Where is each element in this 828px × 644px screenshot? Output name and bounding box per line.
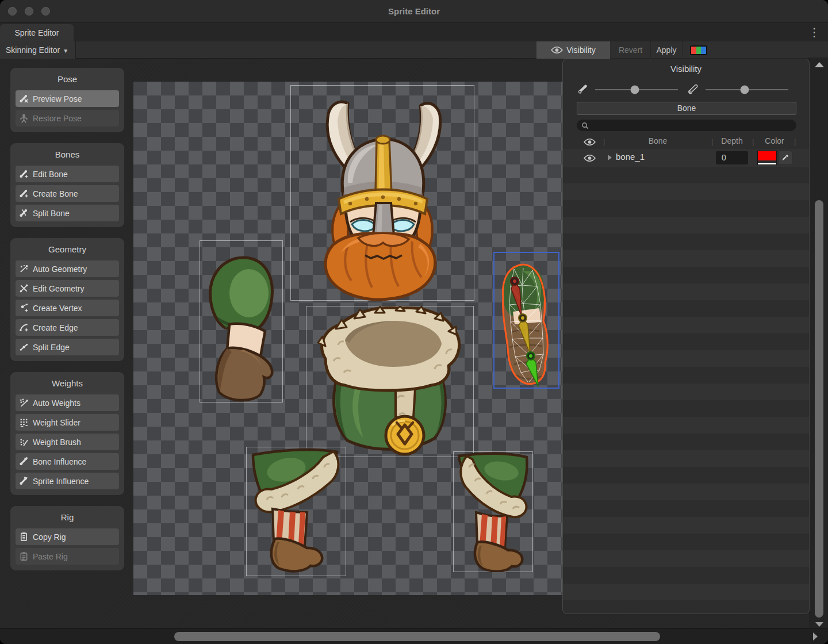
vertical-scrollbar[interactable]: [810, 57, 828, 628]
bone-list-empty-row: [563, 384, 809, 400]
vertical-scrollbar-thumb[interactable]: [815, 200, 823, 618]
toolbar: Skinning Editor▼ Visibility Revert Apply: [0, 41, 828, 59]
title-bar: Sprite Editor: [0, 0, 828, 23]
mode-dropdown[interactable]: Skinning Editor▼: [0, 41, 76, 59]
group-title-geometry: Geometry: [16, 243, 119, 258]
viking-right-leg-sprite[interactable]: [453, 451, 533, 572]
eye-icon: [551, 46, 563, 54]
tool-button-label: Create Edge: [33, 323, 78, 332]
bone-list-empty-row: [563, 467, 809, 484]
tool-button-auto-geometry[interactable]: Auto Geometry: [16, 260, 119, 277]
scroll-right-icon[interactable]: [813, 632, 818, 641]
person-icon: [19, 113, 29, 123]
search-input[interactable]: [592, 121, 792, 131]
tool-group-bones: BonesEdit BoneCreate BoneSplit Bone: [10, 143, 124, 227]
bone-list-empty-row: [563, 200, 809, 217]
search-field[interactable]: [577, 120, 796, 131]
apply-button[interactable]: Apply: [650, 41, 683, 59]
bone-opacity-slider[interactable]: [595, 89, 678, 90]
tool-button-label: Copy Rig: [33, 532, 66, 542]
kebab-menu-icon[interactable]: ⋮: [808, 24, 820, 40]
tool-button-create-bone[interactable]: Create Bone: [16, 185, 119, 202]
tool-group-rig: RigCopy RigPaste Rig: [10, 506, 124, 570]
viking-mitten-arm-sprite[interactable]: [200, 240, 283, 402]
tool-button-bone-influence[interactable]: Bone Influence: [16, 453, 119, 470]
viking-left-leg-sprite[interactable]: [246, 447, 346, 576]
paste-rig-icon: [19, 551, 29, 561]
visibility-panel-title: Visibility: [563, 64, 809, 74]
tool-button-split-edge[interactable]: Split Edge: [16, 339, 119, 355]
copy-rig-icon: [19, 532, 29, 542]
bone-pose-icon: [19, 94, 29, 103]
depth-field[interactable]: 0: [716, 151, 748, 164]
bone-list-empty-row: [563, 567, 809, 584]
tool-button-paste-rig[interactable]: Paste Rig: [16, 548, 119, 565]
tool-button-label: Preview Pose: [33, 94, 82, 103]
viking-selected-arm-sprite[interactable]: [493, 252, 559, 389]
tool-button-preview-pose[interactable]: Preview Pose: [16, 90, 119, 107]
tab-bone[interactable]: Bone: [577, 102, 796, 115]
mesh-opacity-slider[interactable]: [706, 89, 788, 90]
tool-button-weight-brush[interactable]: Weight Brush: [16, 434, 119, 450]
bone-filled-icon: [577, 83, 588, 95]
viking-head-sprite[interactable]: [290, 85, 474, 301]
bone-list-empty-row: [563, 233, 809, 250]
edge-plus-icon: [19, 323, 29, 332]
eyedropper-icon: [781, 154, 789, 162]
bone-opacity-knob[interactable]: [631, 86, 639, 94]
tool-button-label: Auto Geometry: [33, 264, 87, 274]
tool-button-split-bone[interactable]: Split Bone: [16, 205, 119, 221]
disclosure-triangle-icon[interactable]: [608, 155, 612, 160]
tool-button-create-vertex[interactable]: Create Vertex: [16, 300, 119, 316]
tool-button-label: Split Edge: [33, 343, 70, 352]
tab-sprite-editor[interactable]: Sprite Editor: [0, 24, 74, 41]
revert-button[interactable]: Revert: [611, 41, 650, 59]
tool-button-label: Edit Geometry: [33, 284, 84, 293]
tool-button-label: Auto Weights: [33, 398, 80, 408]
window-title: Sprite Editor: [0, 0, 828, 23]
eye-column-header-icon[interactable]: [584, 138, 596, 146]
horizontal-scrollbar-thumb[interactable]: [174, 632, 660, 641]
visibility-panel: Visibility Bone | Bone | Depth | Color |: [562, 59, 810, 614]
tool-button-restore-pose[interactable]: Restore Pose: [16, 110, 119, 126]
vertex-plus-icon: [19, 303, 29, 313]
group-title-bones: Bones: [16, 148, 119, 163]
tool-button-create-edge[interactable]: Create Edge: [16, 319, 119, 336]
bone-name[interactable]: bone_1: [616, 152, 645, 162]
tool-button-edit-geometry[interactable]: Edit Geometry: [16, 280, 119, 297]
visibility-toggle-button[interactable]: Visibility: [536, 41, 610, 59]
tool-button-weight-slider[interactable]: Weight Slider: [16, 414, 119, 431]
bone-list-empty-row: [563, 267, 809, 283]
horizontal-scrollbar[interactable]: [0, 628, 828, 644]
bone-list-empty-row: [563, 584, 809, 600]
group-title-pose: Pose: [16, 72, 119, 87]
sprite-canvas[interactable]: [133, 82, 562, 595]
tool-panel: PosePreview PoseRestore PoseBonesEdit Bo…: [10, 68, 124, 581]
mesh-opacity-knob[interactable]: [740, 86, 749, 94]
tool-button-copy-rig[interactable]: Copy Rig: [16, 528, 119, 545]
search-icon: [581, 122, 589, 129]
group-title-weights: Weights: [16, 377, 119, 392]
tool-button-label: Sprite Influence: [33, 477, 89, 486]
bone-list-empty-row: [563, 400, 809, 417]
tool-button-auto-weights[interactable]: Auto Weights: [16, 394, 119, 411]
rgb-channels-icon[interactable]: [690, 45, 707, 55]
bone-outline-icon: [687, 83, 699, 95]
table-row-bone-1[interactable]: bone_1 0: [563, 149, 809, 167]
viking-torso-sprite[interactable]: [306, 306, 474, 457]
scroll-down-icon[interactable]: [815, 622, 823, 627]
chevron-down-icon: ▼: [63, 48, 68, 54]
scroll-up-icon[interactable]: [815, 62, 824, 67]
tab-bar: Sprite Editor ⋮: [0, 23, 828, 41]
bone-list-empty-row: [563, 334, 809, 350]
bone-color-swatch[interactable]: [757, 151, 777, 165]
column-header-color[interactable]: Color: [757, 136, 792, 145]
tool-button-sprite-influence[interactable]: Sprite Influence: [16, 473, 119, 489]
column-separator: |: [794, 137, 796, 146]
tool-button-edit-bone[interactable]: Edit Bone: [16, 166, 119, 182]
tool-group-pose: PosePreview PoseRestore Pose: [10, 68, 124, 132]
eye-icon[interactable]: [584, 154, 596, 162]
column-header-depth[interactable]: Depth: [716, 136, 748, 145]
eyedropper-button[interactable]: [778, 151, 792, 165]
column-header-bone[interactable]: Bone: [626, 136, 689, 145]
